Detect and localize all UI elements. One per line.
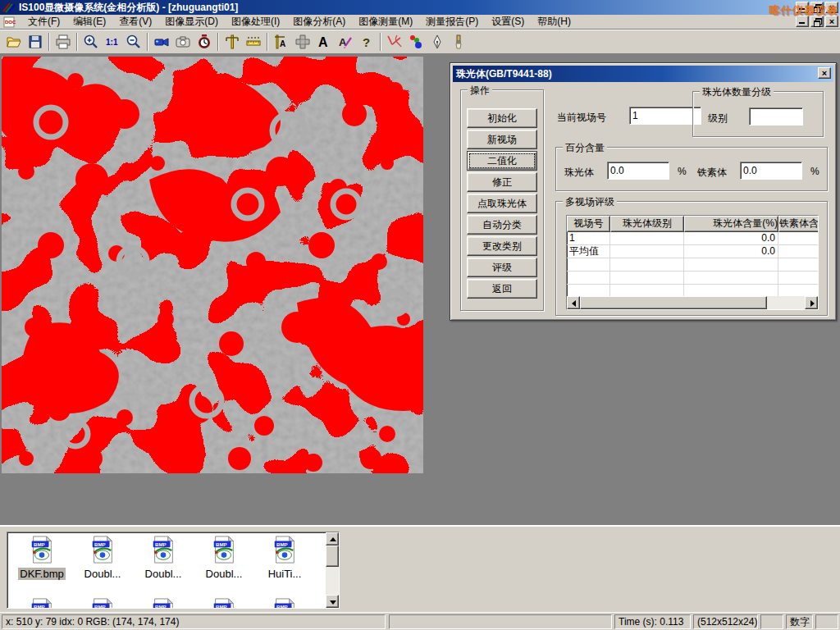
scrollbar-thumb[interactable] (580, 296, 767, 309)
svg-text:?: ? (363, 35, 370, 49)
caliper-measure-button[interactable] (221, 31, 243, 52)
file-item[interactable]: BMP (255, 598, 314, 609)
help-button[interactable]: ? (356, 31, 377, 52)
snapshot-button[interactable] (172, 31, 194, 52)
menu-help[interactable]: 帮助(H) (531, 14, 578, 30)
bmp-file-icon: BMP (30, 536, 54, 564)
level-input[interactable] (749, 107, 803, 126)
child-close-button[interactable]: × (825, 16, 838, 27)
cell (610, 258, 684, 272)
rating-table[interactable]: 视场号 珠光体级别 珠光体含量(%) 铁素体含量(%) 1 0.0 平均值 0.… (566, 215, 819, 310)
svg-text:A: A (280, 39, 285, 48)
menu-image-processing[interactable]: 图像处理(I) (225, 14, 286, 30)
cell (778, 232, 819, 245)
scroll-down-button[interactable] (326, 595, 339, 608)
file-item[interactable]: BMP (73, 598, 132, 609)
scroll-up-button[interactable] (326, 532, 339, 546)
dialog-title: 珠光体(GB/T9441-88) (456, 67, 552, 81)
actual-size-button[interactable]: 1:1 (102, 31, 123, 52)
file-item[interactable]: BMP Doubl... (73, 536, 132, 580)
scroll-left-button[interactable] (567, 296, 580, 309)
grade-button[interactable]: 评级 (467, 258, 537, 277)
print-button[interactable] (52, 31, 74, 52)
file-name[interactable]: Doubl... (144, 568, 184, 580)
micrograph-image[interactable] (2, 57, 423, 473)
ruler-button[interactable] (243, 31, 264, 52)
svg-text:BMP: BMP (34, 604, 45, 609)
svg-text:A: A (339, 36, 347, 48)
measure-label-button[interactable]: A (271, 31, 292, 52)
file-item[interactable]: BMP (12, 598, 71, 609)
file-name[interactable]: DKF.bmp (18, 568, 65, 580)
file-item[interactable]: BMP (134, 598, 193, 609)
brush-fill-button[interactable] (448, 31, 469, 52)
init-button[interactable]: 初始化 (467, 108, 537, 128)
zoom-in-button[interactable] (80, 31, 102, 52)
menu-file[interactable]: 文件(F) (21, 14, 66, 30)
dialog-close-button[interactable]: × (818, 67, 831, 79)
menu-image-analysis[interactable]: 图像分析(A) (286, 14, 352, 30)
child-restore-button[interactable] (810, 16, 824, 27)
status-spacer (760, 614, 783, 629)
particle-analysis-button[interactable] (405, 31, 427, 52)
menu-measure-report[interactable]: 测量报告(P) (419, 14, 485, 30)
return-button[interactable]: 返回 (467, 279, 537, 299)
cell (778, 272, 819, 285)
file-list-scrollbar[interactable] (326, 532, 339, 608)
clock-icon (196, 34, 212, 50)
file-item[interactable]: BMP Doubl... (134, 536, 193, 580)
pick-pearlite-button[interactable]: 点取珠光体 (467, 194, 537, 213)
menu-view[interactable]: 查看(V) (112, 14, 158, 30)
new-field-button[interactable]: 新视场 (467, 130, 537, 149)
file-item[interactable]: BMP DKF.bmp (12, 536, 71, 580)
close-button[interactable]: × (825, 2, 838, 13)
file-list[interactable]: BMP DKF.bmp BMP Doubl... BMP (7, 532, 340, 609)
current-field-input[interactable] (629, 107, 701, 125)
zoom-out-button[interactable] (123, 31, 144, 52)
caliper-icon (224, 34, 240, 50)
file-item[interactable]: BMP (194, 598, 253, 609)
curve-measure-button[interactable] (384, 31, 405, 52)
pearlite-percent-input[interactable] (607, 162, 669, 180)
text-annotation-button[interactable]: A (313, 31, 335, 52)
file-item[interactable]: BMP Doubl... (194, 536, 253, 580)
change-class-button[interactable]: 更改类别 (467, 236, 537, 256)
video-camera-icon (153, 34, 170, 50)
open-file-button[interactable] (3, 31, 25, 52)
menu-image-measure[interactable]: 图像测量(M) (352, 14, 419, 30)
binarize-button[interactable]: 二值化 (467, 151, 537, 171)
cell (684, 272, 778, 285)
bmp-file-icon: BMP (151, 598, 176, 609)
pen-annotation-button[interactable] (427, 31, 448, 52)
auto-classify-button[interactable]: 自动分类 (467, 215, 537, 235)
caliper-text-icon: A (273, 34, 290, 50)
pixel-info: x: 510 y: 79 idx: 0 RGB: (174, 174, 174) (2, 614, 386, 629)
edit-annotation-button[interactable]: A (335, 31, 356, 52)
ferrite-percent-input[interactable] (740, 162, 802, 180)
status-bar: x: 510 y: 79 idx: 0 RGB: (174, 174, 174)… (0, 612, 840, 630)
file-name[interactable]: HuiTi... (267, 568, 304, 580)
correct-button[interactable]: 修正 (467, 172, 537, 192)
minimize-button[interactable] (796, 2, 809, 13)
mode-indicator: 数字 (786, 614, 813, 629)
file-name[interactable]: Doubl... (83, 568, 123, 580)
file-item[interactable]: BMP HuiTi... (255, 536, 314, 580)
menu-settings[interactable]: 设置(S) (485, 14, 531, 30)
save-button[interactable] (25, 31, 46, 52)
grid-measure-button[interactable] (292, 31, 313, 52)
menu-image-display[interactable]: 图像显示(D) (158, 14, 225, 30)
restore-button[interactable] (810, 2, 824, 13)
cell: 平均值 (567, 245, 610, 258)
scroll-right-button[interactable] (805, 296, 818, 309)
menu-edit[interactable]: 编辑(E) (66, 14, 112, 30)
table-horizontal-scrollbar[interactable] (567, 296, 818, 309)
scrollbar-thumb[interactable] (326, 546, 339, 567)
file-name[interactable]: Doubl... (204, 568, 244, 580)
timer-button[interactable] (194, 31, 215, 52)
video-capture-button[interactable] (151, 31, 172, 52)
child-minimize-button[interactable] (796, 16, 809, 27)
table-row: 平均值 0.0 (567, 245, 818, 258)
open-folder-icon (6, 34, 22, 50)
help-question-icon: ? (358, 34, 375, 50)
status-spacer (389, 614, 612, 629)
